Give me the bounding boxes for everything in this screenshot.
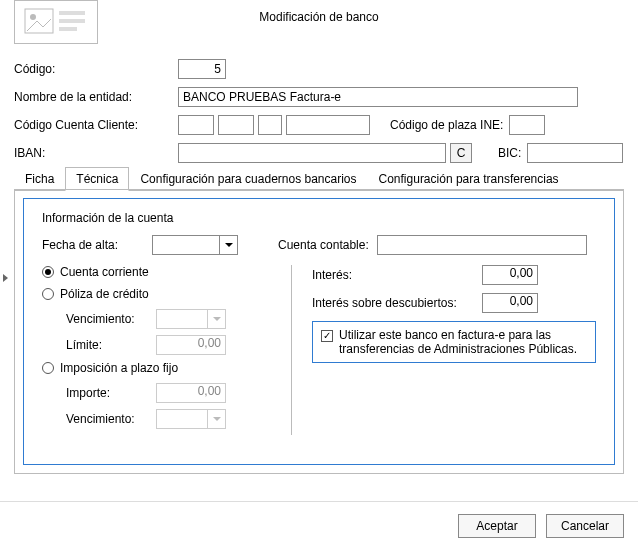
- radio-poliza-credito-label: Póliza de crédito: [60, 287, 149, 301]
- ine-input[interactable]: [509, 115, 545, 135]
- expand-chevron-icon[interactable]: [0, 270, 10, 286]
- tab-ficha[interactable]: Ficha: [14, 167, 65, 191]
- tab-cuadernos[interactable]: Configuración para cuadernos bancarios: [129, 167, 367, 191]
- ip-vencimiento-label: Vencimiento:: [66, 412, 156, 426]
- ccc-input-2[interactable]: [218, 115, 254, 135]
- radio-cuenta-corriente[interactable]: [42, 266, 54, 278]
- interes-label: Interés:: [312, 268, 482, 282]
- facturae-highlight-box: Utilizar este banco en factura-e para la…: [312, 321, 596, 363]
- ccc-input-1[interactable]: [178, 115, 214, 135]
- facturae-checkbox-label: Utilizar este banco en factura-e para la…: [339, 328, 587, 356]
- ccc-label: Código Cuenta Cliente:: [14, 118, 178, 132]
- cancelar-button[interactable]: Cancelar: [546, 514, 624, 538]
- ip-importe-label: Importe:: [66, 386, 156, 400]
- codigo-input[interactable]: [178, 59, 226, 79]
- codigo-label: Código:: [14, 62, 178, 76]
- tab-tecnica[interactable]: Técnica: [65, 167, 129, 191]
- fecha-alta-value: [153, 236, 219, 254]
- radio-poliza-credito[interactable]: [42, 288, 54, 300]
- chevron-down-icon[interactable]: [219, 236, 237, 254]
- tab-panel: Información de la cuenta Fecha de alta: …: [14, 189, 624, 474]
- iban-input[interactable]: [178, 143, 446, 163]
- aceptar-button[interactable]: Aceptar: [458, 514, 536, 538]
- nombre-label: Nombre de la entidad:: [14, 90, 178, 104]
- radio-imposicion-plazo-label: Imposición a plazo fijo: [60, 361, 178, 375]
- radio-imposicion-plazo[interactable]: [42, 362, 54, 374]
- cuenta-contable-input[interactable]: [377, 235, 587, 255]
- pc-vencimiento-input: [156, 309, 226, 329]
- pc-vencimiento-label: Vencimiento:: [66, 312, 156, 326]
- fecha-alta-input[interactable]: [152, 235, 238, 255]
- tab-transferencias[interactable]: Configuración para transferencias: [368, 167, 570, 191]
- facturae-checkbox[interactable]: [321, 330, 333, 342]
- iban-calc-button[interactable]: C: [450, 143, 472, 163]
- tab-bar: Ficha Técnica Configuración para cuadern…: [14, 166, 624, 191]
- cuenta-contable-label: Cuenta contable:: [278, 238, 369, 252]
- nombre-entidad-input[interactable]: [178, 87, 578, 107]
- ine-label: Código de plaza INE:: [390, 118, 503, 132]
- section-title: Información de la cuenta: [42, 211, 596, 225]
- inner-highlight-box: Información de la cuenta Fecha de alta: …: [23, 198, 615, 465]
- ip-importe-input: 0,00: [156, 383, 226, 403]
- interes-descubiertos-label: Interés sobre descubiertos:: [312, 296, 482, 310]
- ccc-input-4[interactable]: [286, 115, 370, 135]
- pc-limite-label: Límite:: [66, 338, 156, 352]
- ccc-input-3[interactable]: [258, 115, 282, 135]
- bic-label: BIC:: [498, 146, 521, 160]
- iban-label: IBAN:: [14, 146, 178, 160]
- interes-descubiertos-input[interactable]: 0,00: [482, 293, 538, 313]
- chevron-down-icon: [207, 310, 225, 328]
- radio-cuenta-corriente-label: Cuenta corriente: [60, 265, 149, 279]
- pc-limite-input: 0,00: [156, 335, 226, 355]
- interes-input[interactable]: 0,00: [482, 265, 538, 285]
- fecha-alta-label: Fecha de alta:: [42, 238, 152, 252]
- ip-vencimiento-input: [156, 409, 226, 429]
- chevron-down-icon: [207, 410, 225, 428]
- window-title: Modificación de banco: [0, 10, 638, 24]
- bic-input[interactable]: [527, 143, 623, 163]
- svg-rect-4: [59, 27, 77, 31]
